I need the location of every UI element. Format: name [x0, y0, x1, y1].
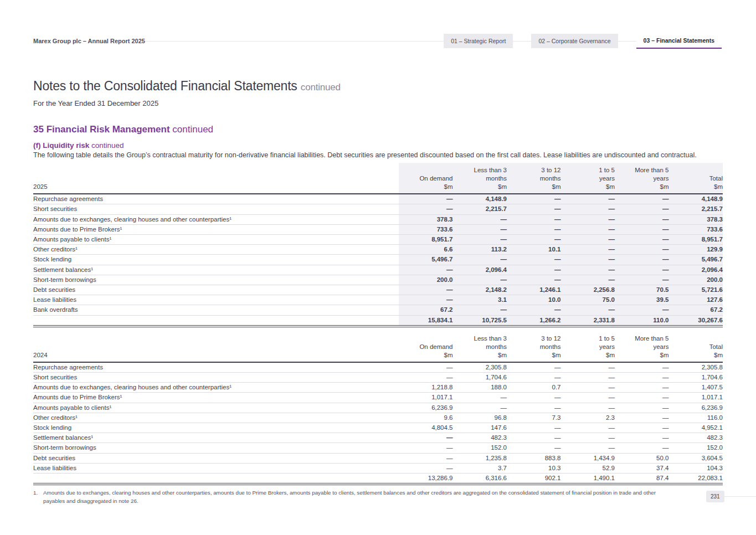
cell-value: 482.3 [669, 433, 723, 443]
subsection-heading-continued: continued [91, 141, 124, 150]
cell-value: — [615, 393, 669, 403]
table-row: Short securities—2,215.7———2,215.7 [33, 204, 723, 214]
row-label: Amounts due to exchanges, clearing house… [33, 214, 399, 224]
cell-value: 147.6 [453, 423, 507, 433]
cell-value: 52.9 [561, 463, 615, 473]
cell-value: 152.0 [453, 443, 507, 453]
cell-value: — [615, 372, 669, 382]
total-value: 110.0 [615, 315, 669, 325]
cell-value: 1,434.9 [561, 453, 615, 463]
total-value: 902.1 [507, 474, 561, 483]
cell-value: — [453, 305, 507, 315]
column-header: Less than 3 months $m [453, 163, 507, 194]
cell-value: 5,496.7 [669, 255, 723, 265]
cell-value: 4,804.5 [399, 423, 453, 433]
cell-value: — [399, 372, 453, 382]
tab-strategic-report[interactable]: 01 – Strategic Report [444, 34, 513, 48]
cell-value: — [507, 224, 561, 234]
table-row: Bank overdrafts67.2————67.2 [33, 305, 723, 315]
table-row: Amounts due to Prime Brokers¹733.6————73… [33, 224, 723, 234]
cell-value: — [399, 194, 453, 204]
cell-value: — [507, 234, 561, 244]
section-heading: 35 Financial Risk Management continued [33, 124, 723, 135]
row-label: Amounts due to exchanges, clearing house… [33, 383, 399, 393]
table-row: Stock lending5,496.7————5,496.7 [33, 255, 723, 265]
cell-value: — [561, 403, 615, 413]
cell-value: 1,218.8 [399, 383, 453, 393]
cell-value: 733.6 [669, 224, 723, 234]
total-value: 15,834.1 [399, 315, 453, 325]
row-label: Amounts payable to clients¹ [33, 403, 399, 413]
cell-value: — [561, 362, 615, 373]
divider-line [618, 41, 636, 42]
report-title: Marex Group plc – Annual Report 2025 [33, 38, 145, 44]
cell-value: — [561, 305, 615, 315]
column-header: Total $m [669, 331, 723, 362]
cell-value: — [561, 214, 615, 224]
cell-value: 8,951.7 [399, 234, 453, 244]
cell-value: — [561, 224, 615, 234]
cell-value: — [615, 245, 669, 255]
cell-value: — [615, 214, 669, 224]
cell-value: 129.9 [669, 245, 723, 255]
cell-value: — [507, 305, 561, 315]
cell-value: 0.7 [507, 383, 561, 393]
cell-value: — [453, 403, 507, 413]
cell-value: 3.1 [453, 295, 507, 305]
cell-value: 152.0 [669, 443, 723, 453]
row-label: Bank overdrafts [33, 305, 399, 315]
liquidity-table-2025: 2025On demand $mLess than 3 months $m3 t… [33, 163, 723, 326]
table-row: Repurchase agreements—2,305.8———2,305.8 [33, 362, 723, 373]
table-row: Amounts due to exchanges, clearing house… [33, 383, 723, 393]
cell-value: 200.0 [669, 275, 723, 285]
cell-value: — [615, 403, 669, 413]
cell-value: 378.3 [399, 214, 453, 224]
cell-value: 10.1 [507, 245, 561, 255]
column-header: Less than 3 months $m [453, 331, 507, 362]
table-row: Amounts due to exchanges, clearing house… [33, 214, 723, 224]
cell-value: — [615, 383, 669, 393]
total-value: 22,083.1 [669, 474, 723, 483]
table-row: Short-term borrowings—152.0———152.0 [33, 443, 723, 453]
cell-value: — [507, 372, 561, 382]
cell-value: 188.0 [453, 383, 507, 393]
cell-value: 50.0 [615, 453, 669, 463]
section-heading-text: 35 Financial Risk Management [33, 124, 170, 135]
cell-value: — [453, 275, 507, 285]
cell-value: 10.0 [507, 295, 561, 305]
page-title: Notes to the Consolidated Financial Stat… [33, 79, 341, 94]
cell-value: — [615, 275, 669, 285]
cell-value: — [507, 362, 561, 373]
cell-value: 70.5 [615, 285, 669, 295]
table-row: Lease liabilities—3.110.075.039.5127.6 [33, 295, 723, 305]
row-label: Repurchase agreements [33, 362, 399, 373]
cell-value: — [615, 204, 669, 214]
cell-value: — [507, 433, 561, 443]
tab-financial-statements[interactable]: 03 – Financial Statements [636, 33, 722, 49]
cell-value: — [507, 275, 561, 285]
cell-value: 37.4 [615, 463, 669, 473]
cell-value: — [453, 234, 507, 244]
cell-value: — [561, 234, 615, 244]
cell-value: 96.8 [453, 413, 507, 423]
column-header: Total $m [669, 163, 723, 194]
cell-value: 2,096.4 [453, 265, 507, 275]
tab-corporate-governance[interactable]: 02 – Corporate Governance [531, 34, 618, 48]
table-row: Short-term borrowings200.0————200.0 [33, 275, 723, 285]
cell-value: 1,246.1 [507, 285, 561, 295]
section-heading-continued: continued [172, 124, 213, 135]
table-row: Short securities—1,704.6———1,704.6 [33, 372, 723, 382]
cell-value: 113.2 [453, 245, 507, 255]
total-value: 87.4 [615, 474, 669, 483]
cell-value: — [399, 265, 453, 275]
cell-value: 104.3 [669, 463, 723, 473]
cell-value: 75.0 [561, 295, 615, 305]
cell-value: — [615, 305, 669, 315]
total-value: 6,316.6 [453, 474, 507, 483]
cell-value: 2,215.7 [453, 204, 507, 214]
cell-value: — [615, 234, 669, 244]
title-block: Notes to the Consolidated Financial Stat… [33, 79, 341, 107]
cell-value: 6,236.9 [399, 403, 453, 413]
row-label: Debt securities [33, 453, 399, 463]
cell-value: 1,017.1 [669, 393, 723, 403]
